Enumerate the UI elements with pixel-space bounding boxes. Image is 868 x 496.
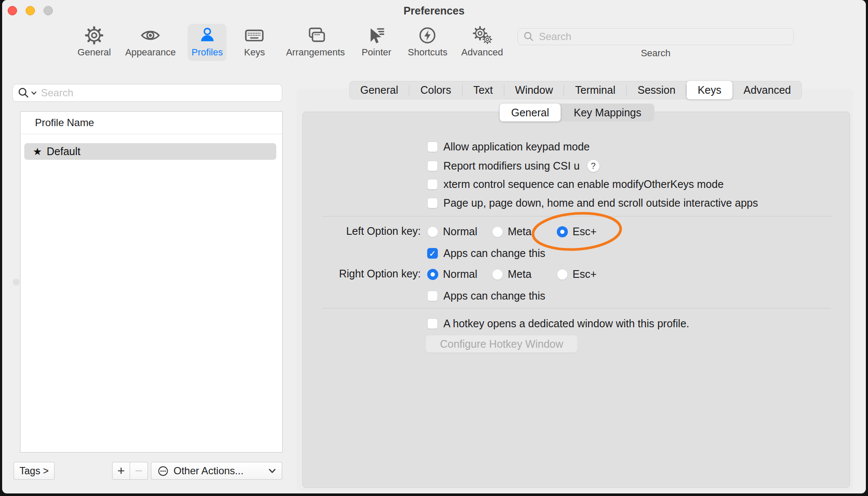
profile-name: Default — [47, 145, 81, 158]
profile-search-field[interactable] — [12, 84, 282, 102]
checkbox-unchecked[interactable] — [427, 318, 438, 329]
checkbox-unchecked[interactable] — [427, 179, 438, 190]
gears-icon — [472, 26, 492, 45]
add-remove-group: + − — [112, 462, 148, 480]
help-button[interactable]: ? — [587, 159, 600, 172]
tags-button[interactable]: Tags > — [14, 462, 55, 480]
subtab-general[interactable]: General — [500, 104, 561, 121]
tab-window[interactable]: Window — [504, 81, 564, 99]
tab-keys[interactable]: Keys — [686, 81, 732, 99]
left-option-meta[interactable]: Meta — [492, 225, 532, 238]
checkbox-label: Apps can change this — [443, 247, 545, 260]
star-icon: ★ — [33, 147, 42, 157]
right-option-meta[interactable]: Meta — [492, 268, 532, 280]
keys-subtabbar: General Key Mappings — [500, 104, 654, 121]
configure-hotkey-window-button: Configure Hotkey Window — [425, 335, 578, 353]
checkbox-label: Report modifiers using CSI u — [443, 160, 580, 172]
checkbox-label: Page up, page down, home and end scroll … — [443, 197, 758, 209]
toolbar-item-label: Keys — [244, 47, 265, 58]
toolbar-item-general[interactable]: General — [74, 24, 115, 61]
checkbox-row-keypad[interactable]: Allow application keypad mode — [427, 141, 590, 153]
toolbar-item-label: Pointer — [362, 47, 391, 58]
toolbar-item-label: Appearance — [125, 47, 176, 58]
other-actions-dropdown[interactable]: Other Actions... — [151, 462, 282, 480]
toolbar-item-label: Advanced — [461, 47, 503, 58]
checkbox-row-csi-u[interactable]: Report modifiers using CSI u ? — [427, 159, 600, 172]
tab-advanced[interactable]: Advanced — [732, 81, 802, 99]
search-icon — [523, 31, 534, 42]
toolbar-item-profiles[interactable]: Profiles — [188, 24, 226, 61]
checkbox-row-scroll-outside[interactable]: Page up, page down, home and end scroll … — [427, 197, 758, 209]
remove-profile-button[interactable]: − — [130, 462, 148, 480]
checkbox-checked[interactable] — [427, 248, 438, 259]
right-option-normal[interactable]: Normal — [427, 268, 477, 280]
right-option-esc[interactable]: Esc+ — [557, 268, 596, 280]
tab-text[interactable]: Text — [462, 81, 504, 99]
toolbar-item-appearance[interactable]: Appearance — [122, 24, 180, 61]
radio-selected[interactable] — [557, 226, 568, 237]
tab-session[interactable]: Session — [626, 81, 686, 99]
profile-search-input[interactable] — [40, 87, 277, 99]
profile-list: Profile Name ★ Default — [20, 111, 283, 453]
eye-icon — [140, 26, 161, 45]
tab-terminal[interactable]: Terminal — [564, 81, 626, 99]
subtab-key-mappings[interactable]: Key Mappings — [561, 104, 654, 121]
right-apps-can-change[interactable]: Apps can change this — [427, 290, 545, 302]
profile-row-default[interactable]: ★ Default — [24, 143, 276, 160]
keyboard-icon — [244, 26, 265, 45]
left-apps-can-change[interactable]: Apps can change this — [427, 247, 545, 260]
preferences-window: Preferences General Appearance Profiles … — [2, 0, 866, 493]
circled-ellipsis-icon — [157, 465, 169, 477]
toolbar-item-label: Shortcuts — [408, 47, 448, 58]
radio-unselected[interactable] — [427, 226, 438, 237]
checkbox-label: A hotkey opens a dedicated window with t… — [443, 317, 689, 330]
tab-colors[interactable]: Colors — [409, 81, 462, 99]
search-icon — [17, 87, 29, 99]
left-option-key-label: Left Option key: — [301, 225, 421, 237]
checkbox-unchecked[interactable] — [427, 161, 438, 171]
toolbar-item-label: Profiles — [191, 47, 223, 58]
radio-selected[interactable] — [427, 269, 438, 280]
checkbox-unchecked[interactable] — [427, 141, 438, 152]
toolbar-search-input[interactable] — [538, 30, 788, 43]
checkbox-unchecked[interactable] — [427, 198, 438, 208]
checkbox-row-modifyotherkeys[interactable]: xterm control sequence can enable modify… — [427, 178, 723, 190]
radio-unselected[interactable] — [492, 226, 503, 237]
left-option-normal[interactable]: Normal — [427, 225, 477, 238]
toolbar-item-shortcuts[interactable]: Shortcuts — [404, 24, 451, 61]
left-option-esc[interactable]: Esc+ — [557, 225, 596, 238]
hotkey-checkbox-row[interactable]: A hotkey opens a dedicated window with t… — [427, 317, 689, 330]
checkbox-unchecked[interactable] — [427, 291, 438, 301]
toolbar-item-label: General — [78, 47, 111, 58]
toolbar-search-label: Search — [518, 48, 794, 59]
radio-unselected[interactable] — [557, 269, 568, 280]
windows-icon — [305, 26, 326, 45]
checkbox-label: xterm control sequence can enable modify… — [443, 178, 723, 190]
person-icon — [197, 26, 217, 45]
toolbar-item-advanced[interactable]: Advanced — [457, 24, 507, 61]
gear-icon — [84, 26, 104, 45]
profile-list-header: Profile Name — [20, 112, 282, 134]
radio-unselected[interactable] — [492, 269, 503, 280]
divider — [322, 308, 831, 309]
toolbar-search-field[interactable] — [518, 28, 794, 45]
window-title: Preferences — [2, 5, 866, 17]
lightning-icon — [417, 26, 438, 45]
toolbar-item-pointer[interactable]: Pointer — [358, 24, 395, 61]
toolbar-item-arrangements[interactable]: Arrangements — [282, 24, 349, 61]
toolbar-item-keys[interactable]: Keys — [240, 24, 269, 61]
tab-general[interactable]: General — [349, 81, 409, 99]
profile-tabbar: General Colors Text Window Terminal Sess… — [349, 81, 802, 99]
add-profile-button[interactable]: + — [112, 462, 130, 480]
chevron-down-icon — [269, 469, 276, 473]
toolbar-item-label: Arrangements — [286, 47, 345, 58]
divider — [322, 216, 831, 216]
checkbox-label: Apps can change this — [443, 290, 545, 302]
right-option-key-label: Right Option key: — [301, 267, 421, 280]
checkbox-label: Allow application keypad mode — [443, 141, 590, 153]
chevron-down-icon — [31, 91, 37, 95]
window-edge-dot — [13, 279, 20, 285]
desktop: { "window": { "title": "Preferences" }, … — [0, 0, 868, 496]
cursor-icon — [366, 26, 387, 45]
other-actions-label: Other Actions... — [174, 465, 243, 477]
